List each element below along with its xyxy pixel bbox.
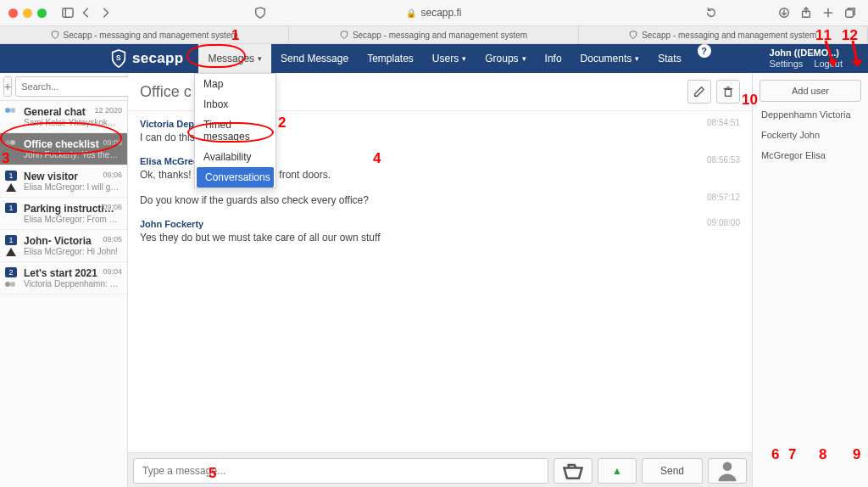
dropdown-item-map[interactable]: Map	[195, 74, 275, 94]
share-icon[interactable]	[797, 3, 815, 22]
participants-panel: Add user Deppenhamn Victoria Fockerty Jo…	[752, 73, 868, 487]
add-thread-button[interactable]: +	[3, 76, 12, 97]
thread-item[interactable]: 1 Parking instructions Elisa McGregor: F…	[0, 198, 127, 230]
participant[interactable]: McGregor Elisa	[760, 148, 861, 163]
reload-icon[interactable]	[702, 3, 721, 22]
address-bar[interactable]: 🔒 secapp.fi	[406, 7, 461, 19]
browser-tab[interactable]: Secapp - messaging and management system	[289, 26, 578, 43]
brand-text: secapp	[132, 50, 183, 67]
nav-users[interactable]: Users▾	[423, 44, 476, 73]
forward-icon[interactable]	[96, 3, 114, 22]
browser-tab-title: Secapp - messaging and management system	[353, 31, 527, 40]
thread-time: 09:06	[103, 203, 122, 211]
svg-point-12	[723, 462, 732, 472]
svg-rect-9	[726, 89, 732, 96]
dropdown-item-availability[interactable]: Availability	[195, 147, 275, 167]
downloads-icon[interactable]	[775, 3, 793, 22]
alert-icon	[6, 183, 16, 192]
browser-tab-bar: Secapp - messaging and management system…	[0, 26, 868, 44]
unread-badge: 1	[5, 203, 17, 213]
thread-item-active[interactable]: Office checklist John Fockerty: Yes they…	[0, 133, 127, 165]
unread-badge: 2	[5, 267, 17, 277]
thread-preview: Elisa McGregor: Hi John!	[24, 247, 120, 256]
sidebar-toggle-icon[interactable]	[58, 3, 77, 22]
message-author: John Fockerty	[140, 219, 203, 229]
user-name: John ((DEMO...)	[770, 48, 851, 59]
composer-input[interactable]	[133, 458, 548, 484]
thread-list-panel: + General chat Sami Kolsi: Yhteyskokeilu…	[0, 73, 128, 487]
browser-toolbar: 🔒 secapp.fi	[0, 0, 868, 26]
thread-time: 09:04	[103, 267, 122, 276]
priority-button[interactable]: ▲	[598, 458, 637, 484]
browser-tab-title: Secapp - messaging and management system	[642, 31, 816, 40]
privacy-shield-icon[interactable]	[251, 3, 270, 22]
delete-conversation-button[interactable]	[716, 80, 740, 104]
nav-send-message[interactable]: Send Message	[271, 44, 358, 73]
send-button[interactable]: Send	[642, 458, 703, 484]
nav-documents[interactable]: Documents▾	[571, 44, 649, 73]
nav-messages[interactable]: Messages▾	[198, 44, 271, 73]
chevron-down-icon: ▾	[258, 54, 262, 63]
message-time: 09:08:00	[707, 218, 740, 227]
settings-link[interactable]: Settings	[770, 59, 804, 69]
thread-search-row: +	[0, 73, 127, 101]
add-user-button[interactable]: Add user	[760, 80, 861, 102]
thread-item[interactable]: General chat Sami Kolsi: Yhteyskokeilu 1…	[0, 101, 127, 133]
svg-text:S: S	[116, 54, 121, 62]
layout: + General chat Sami Kolsi: Yhteyskokeilu…	[0, 73, 868, 487]
close-window-icon[interactable]	[8, 8, 18, 18]
thread-preview: Elisa McGregor: I will go downsta	[24, 182, 120, 192]
nav-stats[interactable]: Stats	[648, 44, 690, 73]
user-menu: John ((DEMO...) Settings Logout	[770, 48, 851, 70]
maximize-window-icon[interactable]	[37, 8, 47, 18]
thread-item[interactable]: 1 John- Victoria Elisa McGregor: Hi John…	[0, 230, 127, 262]
nav-info[interactable]: Info	[536, 44, 571, 73]
message-time: 08:54:51	[707, 118, 740, 127]
browser-tab[interactable]: Secapp - messaging and management system	[579, 26, 868, 43]
alert-icon	[6, 248, 16, 256]
thread-preview: Elisa McGregor: From where can	[24, 215, 120, 224]
browser-tab[interactable]: Secapp - messaging and management system	[0, 26, 289, 43]
participants-button[interactable]	[708, 458, 747, 484]
tabs-overview-icon[interactable]	[841, 3, 860, 22]
participant[interactable]: Fockerty John	[760, 127, 861, 143]
avatar-icon	[5, 138, 17, 147]
participant[interactable]: Deppenhamn Victoria	[760, 107, 861, 122]
lock-icon: 🔒	[406, 8, 416, 18]
thread-item[interactable]: 1 New visitor Elisa McGregor: I will go …	[0, 165, 127, 198]
dropdown-item-inbox[interactable]: Inbox	[195, 94, 275, 115]
unread-badge: 1	[5, 235, 17, 245]
svg-rect-7	[846, 10, 854, 18]
new-tab-icon[interactable]	[819, 3, 837, 22]
thread-item[interactable]: 2 Let's start 2021 Victoria Deppenhamn: …	[0, 262, 127, 294]
dropdown-item-conversations[interactable]: Conversations	[197, 167, 274, 188]
chevron-down-icon: ▾	[635, 54, 639, 63]
logout-link[interactable]: Logout	[814, 59, 843, 69]
thread-time: 09:08	[103, 138, 122, 147]
thread-search-input[interactable]	[15, 76, 144, 97]
dropdown-item-timed[interactable]: Timed messages	[195, 115, 275, 147]
composer: ▲ Send	[128, 452, 752, 487]
browser-tab-title: Secapp - messaging and management system	[64, 31, 238, 40]
edit-conversation-button[interactable]	[687, 80, 711, 104]
url-host: secapp.fi	[420, 7, 461, 19]
svg-rect-0	[63, 8, 73, 18]
conversation-title: Office checklist	[140, 83, 191, 101]
message-time: 08:57:12	[707, 193, 740, 202]
help-icon[interactable]: ?	[698, 44, 711, 58]
thread-preview: Sami Kolsi: Yhteyskokeilu	[24, 118, 120, 127]
back-icon[interactable]	[77, 3, 96, 22]
thread-preview: John Fockerty: Yes they do but	[24, 150, 120, 160]
message: 08:57:12 Do you know if the guards also …	[140, 189, 740, 215]
thread-time: 12 2020	[94, 106, 122, 115]
main-nav: S secapp Messages▾ Send Message Template…	[0, 44, 868, 73]
brand[interactable]: S secapp	[110, 49, 183, 68]
attach-button[interactable]	[554, 458, 593, 484]
minimize-window-icon[interactable]	[23, 8, 32, 18]
avatar-icon	[5, 280, 17, 288]
thread-time: 09:06	[103, 171, 122, 179]
window-controls	[8, 8, 47, 18]
nav-templates[interactable]: Templates	[358, 44, 423, 73]
nav-groups[interactable]: Groups▾	[476, 44, 535, 73]
message-time: 08:56:53	[707, 155, 740, 165]
